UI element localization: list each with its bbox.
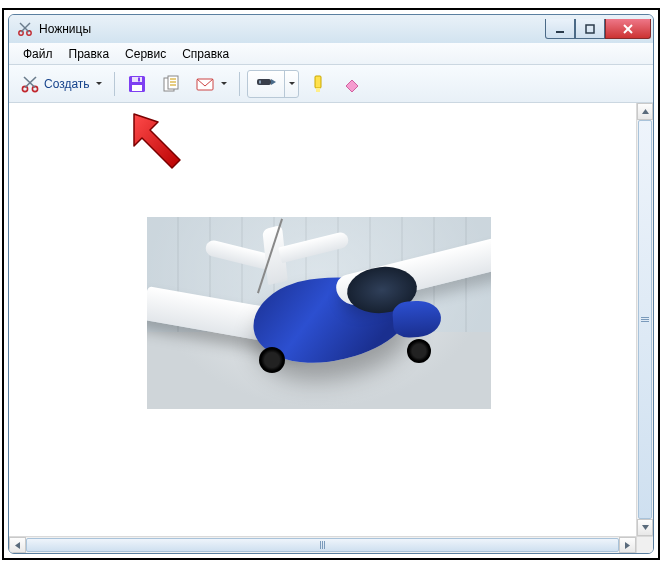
pen-dropdown[interactable] bbox=[284, 71, 298, 97]
scissors-icon bbox=[20, 74, 40, 94]
vertical-scrollbar[interactable] bbox=[636, 103, 653, 536]
save-button[interactable] bbox=[122, 70, 152, 98]
svg-marker-23 bbox=[271, 79, 276, 85]
snipping-tool-window: Ножницы Файл Правка Сервис Справка bbox=[8, 14, 654, 554]
menu-file[interactable]: Файл bbox=[15, 45, 61, 63]
svg-rect-15 bbox=[138, 77, 140, 81]
window-title: Ножницы bbox=[39, 22, 91, 36]
maximize-button[interactable] bbox=[575, 19, 605, 39]
titlebar[interactable]: Ножницы bbox=[9, 15, 653, 43]
new-snip-button[interactable]: Создать bbox=[15, 70, 107, 98]
separator bbox=[239, 72, 240, 96]
scroll-thumb[interactable] bbox=[638, 120, 652, 519]
eraser-icon bbox=[342, 74, 362, 94]
svg-rect-4 bbox=[556, 31, 564, 33]
svg-rect-25 bbox=[315, 76, 321, 88]
copy-icon bbox=[161, 74, 181, 94]
snip-canvas[interactable] bbox=[9, 103, 636, 536]
chevron-down-icon bbox=[289, 82, 295, 85]
content-area bbox=[9, 103, 653, 536]
scroll-up-button[interactable] bbox=[637, 103, 653, 120]
instruction-border: Ножницы Файл Правка Сервис Справка bbox=[2, 8, 660, 560]
highlighter-tool[interactable] bbox=[303, 70, 333, 98]
separator bbox=[114, 72, 115, 96]
new-snip-label: Создать bbox=[44, 77, 90, 91]
svg-marker-30 bbox=[625, 542, 630, 549]
envelope-icon bbox=[195, 74, 215, 94]
svg-rect-24 bbox=[259, 81, 261, 84]
scroll-left-button[interactable] bbox=[9, 537, 26, 553]
scroll-down-button[interactable] bbox=[637, 519, 653, 536]
scroll-corner bbox=[636, 537, 653, 553]
highlighter-icon bbox=[308, 74, 328, 94]
floppy-icon bbox=[127, 74, 147, 94]
captured-image bbox=[147, 217, 491, 409]
horizontal-scrollbar[interactable] bbox=[9, 536, 653, 553]
menu-tools[interactable]: Сервис bbox=[117, 45, 174, 63]
copy-button[interactable] bbox=[156, 70, 186, 98]
svg-marker-29 bbox=[15, 542, 20, 549]
toolbar: Создать bbox=[9, 65, 653, 103]
minimize-button[interactable] bbox=[545, 19, 575, 39]
eraser-tool[interactable] bbox=[337, 70, 367, 98]
chevron-down-icon bbox=[221, 82, 227, 85]
menu-help[interactable]: Справка bbox=[174, 45, 237, 63]
svg-rect-26 bbox=[316, 88, 320, 92]
send-button[interactable] bbox=[190, 70, 232, 98]
svg-marker-28 bbox=[642, 525, 649, 530]
pen-icon bbox=[255, 72, 277, 95]
menu-edit[interactable]: Правка bbox=[61, 45, 118, 63]
close-button[interactable] bbox=[605, 19, 651, 39]
svg-rect-13 bbox=[132, 77, 142, 82]
app-icon bbox=[17, 21, 33, 37]
scroll-right-button[interactable] bbox=[619, 537, 636, 553]
svg-rect-14 bbox=[132, 85, 142, 91]
svg-marker-27 bbox=[642, 109, 649, 114]
chevron-down-icon bbox=[96, 82, 102, 85]
scroll-thumb[interactable] bbox=[26, 538, 619, 552]
svg-rect-5 bbox=[586, 25, 594, 33]
menubar: Файл Правка Сервис Справка bbox=[9, 43, 653, 65]
pen-tool[interactable] bbox=[247, 70, 299, 98]
